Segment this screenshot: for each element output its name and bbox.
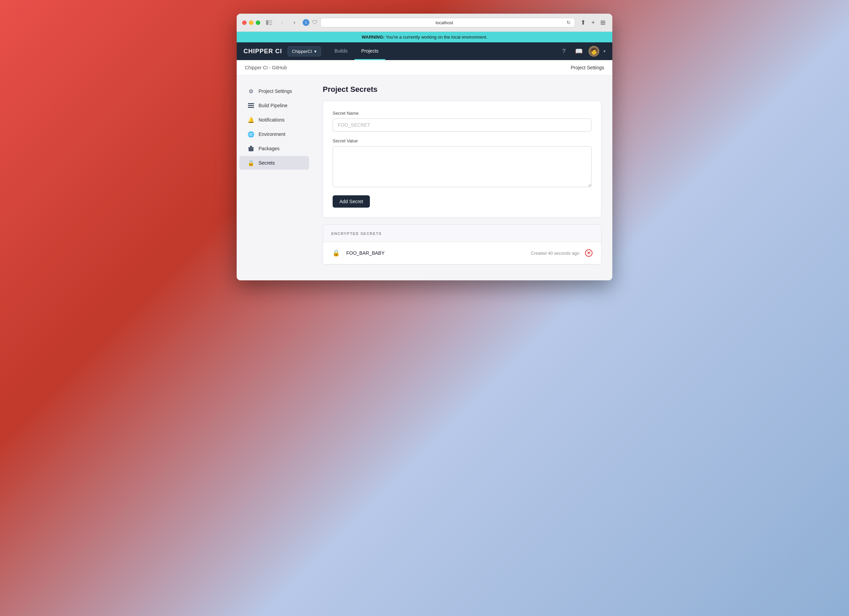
avatar[interactable]: 🧑 bbox=[588, 46, 599, 57]
header-actions: ? 📖 🧑 ▾ bbox=[559, 46, 606, 57]
content-area: Project Secrets Secret Name Secret Value… bbox=[312, 76, 612, 280]
tab-grid-button[interactable]: ⊞ bbox=[599, 18, 607, 27]
sidebar-item-project-settings[interactable]: ⚙ Project Settings bbox=[240, 84, 309, 98]
user-dropdown-arrow[interactable]: ▾ bbox=[603, 49, 606, 54]
secret-value-label: Secret Value bbox=[333, 138, 591, 143]
warning-bold-text: WARNING: bbox=[362, 34, 384, 40]
browser-chrome: ‹ › i 🛡 localhost ↻ ⬆ + ⊞ bbox=[237, 13, 612, 32]
address-bar[interactable]: localhost ↻ bbox=[320, 18, 575, 27]
environment-icon: 🌐 bbox=[247, 131, 255, 138]
packages-icon bbox=[247, 145, 255, 152]
svg-rect-2 bbox=[269, 22, 272, 23]
docs-button[interactable]: 📖 bbox=[573, 46, 584, 57]
svg-rect-7 bbox=[249, 148, 253, 151]
svg-rect-6 bbox=[248, 107, 254, 108]
svg-rect-5 bbox=[248, 105, 254, 106]
secret-name-input[interactable] bbox=[333, 119, 591, 131]
sidebar-label-build-pipeline: Build Pipeline bbox=[259, 103, 287, 108]
org-dropdown-arrow: ▾ bbox=[314, 49, 317, 54]
secret-delete-button[interactable]: ✕ bbox=[585, 249, 593, 257]
address-bar-container: i 🛡 localhost ↻ bbox=[302, 18, 575, 27]
secret-lock-icon: 🔒 bbox=[331, 248, 341, 258]
sidebar-item-build-pipeline[interactable]: Build Pipeline bbox=[240, 99, 309, 112]
nav-tabs: Builds Projects bbox=[328, 43, 559, 60]
notifications-icon: 🔔 bbox=[247, 116, 255, 123]
secret-value-group: Secret Value bbox=[333, 138, 591, 189]
add-secret-button[interactable]: Add Secret bbox=[333, 195, 370, 208]
app-logo: CHIPPER CI bbox=[243, 48, 282, 55]
secrets-icon: 🔒 bbox=[247, 159, 255, 166]
org-name: ChipperCI bbox=[292, 49, 312, 54]
secret-name-label: Secret Name bbox=[333, 111, 591, 116]
svg-rect-4 bbox=[248, 103, 254, 104]
close-button[interactable] bbox=[242, 21, 247, 25]
back-button[interactable]: ‹ bbox=[278, 18, 286, 27]
add-secret-card: Secret Name Secret Value Add Secret bbox=[323, 101, 602, 217]
secret-name-value: FOO_BAR_BABY bbox=[346, 250, 525, 256]
svg-rect-9 bbox=[250, 146, 252, 147]
svg-rect-3 bbox=[269, 24, 272, 25]
tab-projects[interactable]: Projects bbox=[354, 43, 386, 60]
sidebar: ⚙ Project Settings Build Pipeline 🔔 Noti… bbox=[237, 76, 312, 280]
app-header: CHIPPER CI ChipperCI ▾ Builds Projects ?… bbox=[237, 42, 612, 60]
shield-icon: 🛡 bbox=[312, 19, 317, 25]
secret-row: 🔒 FOO_BAR_BABY Created 40 seconds ago ✕ bbox=[323, 242, 601, 264]
warning-message: You're a currently working on the local … bbox=[386, 34, 488, 40]
sidebar-label-project-settings: Project Settings bbox=[259, 88, 292, 94]
svg-rect-1 bbox=[269, 20, 272, 21]
page-title: Project Secrets bbox=[323, 85, 602, 94]
sidebar-label-packages: Packages bbox=[259, 146, 279, 151]
help-button[interactable]: ? bbox=[559, 46, 569, 57]
sidebar-item-packages[interactable]: Packages bbox=[240, 142, 309, 155]
sidebar-label-notifications: Notifications bbox=[259, 117, 284, 123]
breadcrumb-left: Chipper CI - GitHub bbox=[245, 65, 287, 70]
encrypted-secrets-section: ENCRYPTED SECRETS 🔒 FOO_BAR_BABY Created… bbox=[323, 224, 602, 265]
main-content: ⚙ Project Settings Build Pipeline 🔔 Noti… bbox=[237, 76, 612, 280]
password-manager-icon[interactable]: i bbox=[302, 19, 310, 26]
secrets-section-header: ENCRYPTED SECRETS bbox=[323, 225, 601, 242]
browser-window: ‹ › i 🛡 localhost ↻ ⬆ + ⊞ WARNING: You'r… bbox=[237, 13, 612, 280]
browser-actions: ⬆ + ⊞ bbox=[579, 18, 607, 27]
org-selector[interactable]: ChipperCI ▾ bbox=[287, 46, 321, 57]
share-button[interactable]: ⬆ bbox=[579, 18, 587, 27]
encrypted-secrets-label: ENCRYPTED SECRETS bbox=[331, 232, 382, 236]
fullscreen-button[interactable] bbox=[256, 21, 260, 25]
secret-name-group: Secret Name bbox=[333, 111, 591, 131]
breadcrumb-right: Project Settings bbox=[570, 65, 604, 70]
minimize-button[interactable] bbox=[249, 21, 253, 25]
sidebar-toggle-button[interactable] bbox=[264, 19, 274, 26]
svg-rect-0 bbox=[266, 20, 268, 25]
traffic-lights bbox=[242, 21, 260, 25]
new-tab-button[interactable]: + bbox=[590, 18, 596, 27]
secret-value-input[interactable] bbox=[333, 146, 591, 187]
tab-builds[interactable]: Builds bbox=[328, 43, 354, 60]
sidebar-item-environment[interactable]: 🌐 Environment bbox=[240, 127, 309, 141]
breadcrumb-bar: Chipper CI - GitHub Project Settings bbox=[237, 60, 612, 76]
warning-banner: WARNING: You're a currently working on t… bbox=[237, 32, 612, 42]
sidebar-label-secrets: Secrets bbox=[259, 160, 274, 166]
secret-timestamp: Created 40 seconds ago bbox=[531, 251, 579, 256]
forward-button[interactable]: › bbox=[290, 18, 298, 27]
sidebar-label-environment: Environment bbox=[259, 131, 286, 137]
url-text: localhost bbox=[325, 20, 564, 25]
delete-icon: ✕ bbox=[585, 249, 593, 257]
pipeline-icon bbox=[247, 102, 255, 109]
sidebar-item-secrets[interactable]: 🔒 Secrets bbox=[240, 156, 309, 170]
refresh-icon[interactable]: ↻ bbox=[567, 20, 570, 25]
settings-icon: ⚙ bbox=[247, 88, 255, 95]
sidebar-item-notifications[interactable]: 🔔 Notifications bbox=[240, 113, 309, 127]
